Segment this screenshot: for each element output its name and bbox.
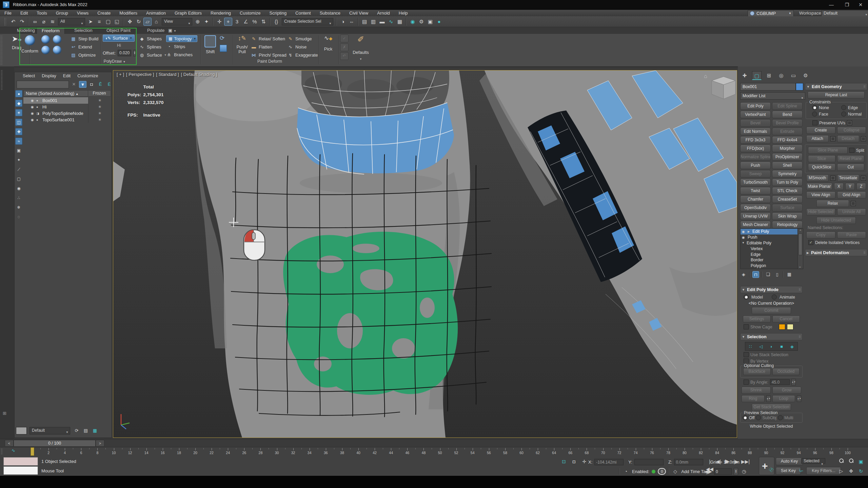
perspective-viewport[interactable]: ⌂ [ + ] [ Perspective ] [ Standard ] [ D… (113, 70, 737, 438)
pinch-spread-button[interactable]: ⋈Pinch/ Spread (251, 51, 287, 59)
display-geometry-icon[interactable]: ● (15, 90, 22, 97)
remove-modifier-icon[interactable]: ▯ (774, 271, 781, 278)
display-particles-icon[interactable]: ∴ (15, 195, 22, 202)
polygon-subobject-icon[interactable]: ■ (780, 344, 783, 349)
spinner-snap-icon[interactable]: ⇅ (259, 18, 268, 26)
edit-poly-mode-rollout-header[interactable]: ▼Edit Poly Mode⠿ (740, 286, 803, 293)
display-cameras-icon[interactable]: ◫ (15, 119, 22, 126)
paint-deform-panel-label[interactable]: Paint Deform (201, 59, 339, 64)
polydraw-topology-button[interactable]: ▦ Topology ▼ (166, 35, 197, 42)
explorer-row[interactable]: ◉●Hi✳ (23, 104, 111, 110)
constraint-none[interactable]: None (807, 105, 836, 110)
render-production-icon[interactable]: ● (435, 18, 443, 26)
constraint-face[interactable]: Face (807, 111, 836, 117)
conform-relax-brush-icon[interactable] (53, 46, 61, 54)
expand-arrow-icon[interactable]: ▼ (742, 241, 745, 244)
backface-button[interactable]: Backface (743, 368, 771, 375)
step-build-button[interactable]: ▦Step Build (71, 35, 98, 43)
menu-help[interactable]: Help (394, 10, 412, 16)
menu-civil-view[interactable]: Civil View (345, 10, 373, 16)
ribbon-grip[interactable] (0, 35, 2, 65)
commit-icon[interactable]: ✓ (340, 35, 349, 42)
off-radio[interactable] (743, 415, 748, 420)
hide-unselected-button[interactable]: Hide Unselected (816, 217, 856, 224)
modifier-button-normalize-spline[interactable]: Normalize Spline (740, 153, 771, 161)
display-lights-icon[interactable]: ☀ (15, 109, 22, 116)
viewport-renderer-menu[interactable]: [ Standard ] (156, 72, 179, 77)
grow-button[interactable]: Grow (772, 387, 802, 394)
object-color-swatch[interactable] (796, 83, 803, 90)
unhide-all-button[interactable]: Unhide All (837, 208, 866, 216)
layer-manager-icon[interactable]: ▤ (360, 18, 369, 26)
motion-tab[interactable]: ◎ (776, 71, 786, 80)
detach-button[interactable]: Detach (837, 135, 860, 142)
layer-color-swatch[interactable] (16, 427, 27, 434)
display-hidden-icon[interactable]: ◌ (15, 214, 22, 221)
menu-scripting[interactable]: Scripting (265, 10, 291, 16)
cage-color2-swatch[interactable] (787, 324, 793, 330)
hide-selected-button[interactable]: Hide Selected (806, 208, 835, 216)
angle-snap-icon[interactable]: ∠ (242, 18, 250, 26)
cage-color-swatch[interactable] (779, 324, 785, 330)
show-cage-checkbox[interactable] (744, 324, 749, 329)
modifier-button-morpher[interactable]: Morpher (772, 145, 803, 152)
show-end-result-icon[interactable]: ⊓ (752, 271, 759, 278)
element-subobject-icon[interactable]: ◈ (790, 344, 794, 349)
configure-modifier-sets-icon[interactable]: ▦ (786, 271, 793, 278)
selection-filter-dropdown[interactable]: All▼ (58, 18, 85, 25)
polydraw-surface-mode-button[interactable]: ◍Surface▼ (139, 51, 167, 59)
modifier-button-vertexpaint[interactable]: VertexPaint (740, 111, 771, 118)
frozen-toggle-icon[interactable]: ✳ (88, 117, 111, 123)
menu-create[interactable]: Create (93, 10, 115, 16)
modifier-button-shell[interactable]: Shell (772, 162, 803, 169)
use-pivot-point-center-icon[interactable]: ⊕ (194, 18, 202, 26)
material-editor-icon[interactable]: ◉ (409, 18, 417, 26)
extend-button[interactable]: ↩Extend (71, 43, 98, 51)
menu-tools[interactable]: Tools (32, 10, 51, 16)
maxscript-listener-line[interactable] (3, 466, 38, 475)
default-layer-dropdown[interactable]: Default▼ (29, 427, 70, 434)
menu-substance[interactable]: Substance (315, 10, 345, 16)
shift-button[interactable]: Shift (203, 47, 217, 56)
user-account-menu[interactable]: CGBUMP ▼ (748, 10, 794, 17)
modifier-button-surface[interactable]: Surface (772, 204, 803, 211)
snaps-3d-icon[interactable]: 3 (233, 18, 241, 26)
unlink-selection-icon[interactable]: ⌀ (40, 18, 48, 26)
workspace-dropdown[interactable]: Default ▼ (821, 10, 868, 17)
menu-arnold[interactable]: Arnold (373, 10, 394, 16)
menu-edit[interactable]: Edit (16, 10, 32, 16)
align-icon[interactable]: ⇔ (348, 18, 356, 26)
eye-icon[interactable]: ◉ (742, 230, 746, 233)
filter-icon[interactable]: ▼ (79, 81, 86, 88)
by-angle-checkbox[interactable] (744, 380, 749, 385)
key-filters-button[interactable]: Key Filters... (806, 467, 841, 475)
repeat-last-button[interactable]: Repeat Last (808, 92, 865, 99)
display-frozen-icon[interactable]: ❄ (15, 204, 22, 211)
preserve-uvs-settings-icon[interactable] (847, 120, 852, 125)
defaults-panel-arrow[interactable]: ▼ (350, 58, 372, 61)
selected-set-dropdown[interactable]: Selected▼ (801, 458, 825, 464)
collapse-button[interactable]: Collapse (837, 127, 866, 134)
previous-frame-button[interactable]: < (5, 440, 14, 447)
offset-spinner[interactable]: ▲▼ (133, 50, 136, 56)
modifier-button-retopology[interactable]: Retopology (772, 221, 803, 228)
stack-item-vertex[interactable]: Vertex (741, 246, 797, 251)
quickslice-button[interactable]: QuickSlice (808, 164, 835, 171)
display-spacewarps-icon[interactable]: ≈ (15, 138, 22, 145)
ribbon-tab-freeform[interactable]: Freeform (37, 27, 65, 34)
display-bones-icon[interactable]: ⟋ (15, 166, 22, 173)
time-configuration-pie-icon[interactable]: ◔ (622, 468, 630, 475)
smudge-button[interactable]: ✎Smudge (288, 35, 318, 43)
modifier-button-ffd-3x3x3[interactable]: FFD 3x3x3 (740, 136, 771, 144)
eye-icon[interactable]: ◉ (31, 105, 36, 109)
grid-align-button[interactable]: Grid Align (837, 191, 866, 199)
explorer-row[interactable]: ◉●Box001✳ (23, 97, 111, 104)
modify-tab[interactable]: ▢ (752, 71, 762, 80)
menu-group[interactable]: Group (52, 10, 73, 16)
current-frame-field[interactable]: 0 (714, 468, 732, 475)
vertex-subobject-icon[interactable]: ∷ (749, 344, 752, 349)
schematic-view-icon[interactable]: ▦ (396, 18, 404, 26)
slice-button[interactable]: Slice (808, 155, 835, 162)
modifier-button-prooptimizer[interactable]: ProOptimizer (772, 153, 803, 161)
zoom-extents-icon[interactable]: ▣ (857, 458, 865, 465)
